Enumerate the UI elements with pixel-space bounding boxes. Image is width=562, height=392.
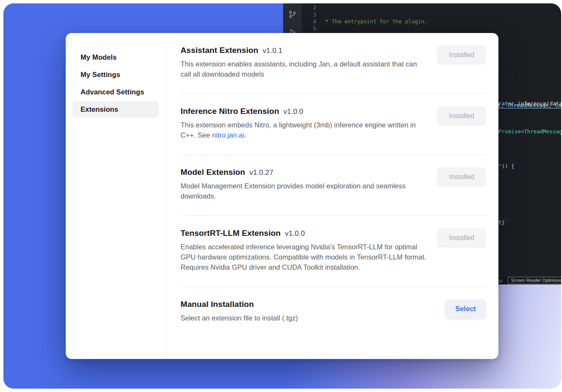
manual-installation-row: Manual Installation Select an extension …: [181, 287, 486, 337]
extension-name: Assistant Extension: [181, 46, 259, 55]
extension-row: Model Extensionv1.0.27 Model Management …: [181, 155, 486, 216]
app-background: 2 3 4 5 6 * The entrypoint for the plugi…: [3, 3, 561, 389]
code-token: (data));: [546, 100, 561, 107]
extension-info: Model Extensionv1.0.27 Model Management …: [181, 168, 428, 201]
manual-installation-title: Manual Installation: [181, 300, 298, 309]
select-file-button[interactable]: Select: [445, 300, 486, 318]
code-fragment: t}`: [498, 219, 508, 226]
extension-version: v1.0.1: [263, 47, 283, 55]
source-control-icon[interactable]: [287, 9, 298, 19]
extension-description: This extension embeds Nitro, a lightweig…: [181, 120, 428, 140]
screen-reader-badge[interactable]: Screen Reader Optimized: [508, 277, 561, 284]
installed-button[interactable]: Installed: [437, 229, 486, 247]
extension-info: Assistant Extensionv1.0.1 This extension…: [181, 46, 428, 79]
extension-description: Model Management Extension provides mode…: [181, 181, 428, 201]
extension-title: Assistant Extensionv1.0.1: [181, 46, 428, 55]
extension-row: Assistant Extensionv1.0.1 This extension…: [181, 33, 486, 94]
extension-info: TensortRT-LLM Extensionv1.0.0 Enables ac…: [181, 229, 428, 272]
extension-row: TensortRT-LLM Extensionv1.0.0 Enables ac…: [181, 216, 486, 287]
code-token: ": [498, 163, 502, 169]
code-token: inference: [517, 100, 546, 107]
description-text: .: [244, 131, 246, 139]
sidebar-item-my-models[interactable]: My Models: [72, 49, 159, 66]
code-fragment: ")) {: [498, 163, 515, 170]
extensions-panel: Assistant Extensionv1.0.1 This extension…: [166, 33, 498, 359]
installed-button[interactable]: Installed: [437, 107, 486, 125]
installed-button[interactable]: Installed: [437, 46, 486, 64]
extension-name: TensortRT-LLM Extension: [181, 229, 281, 237]
code-token: rator.: [498, 100, 517, 107]
extension-version: v1.0.0: [285, 229, 305, 237]
code-token: )) {: [502, 163, 515, 169]
nitro-jan-ai-link[interactable]: nitro.jan.ai: [212, 131, 244, 139]
line-number: 5: [307, 25, 316, 33]
installed-button[interactable]: Installed: [437, 168, 486, 186]
extension-version: v1.0.0: [284, 108, 303, 116]
code-fragment: rator.inference(data));: [498, 100, 561, 107]
code-line: * The entrypoint for the plugin.: [322, 18, 561, 25]
manual-installation-description: Select an extension file to install (.tg…: [181, 313, 298, 323]
extension-description: Enables accelerated inference leveraging…: [181, 242, 428, 272]
extension-row: Inference Nitro Extensionv1.0.0 This ext…: [181, 94, 486, 155]
code-token: `: [505, 219, 508, 226]
settings-sidebar: My Models My Settings Advanced Settings …: [66, 33, 166, 359]
extension-title: Inference Nitro Extensionv1.0.0: [181, 107, 428, 116]
extension-info: Inference Nitro Extensionv1.0.0 This ext…: [181, 107, 428, 140]
extension-name: Inference Nitro Extension: [181, 107, 279, 116]
settings-modal: My Models My Settings Advanced Settings …: [66, 33, 498, 359]
line-number: 4: [307, 18, 316, 25]
line-number: 3: [307, 11, 316, 19]
extension-title: Model Extensionv1.0.27: [181, 168, 428, 177]
manual-installation-info: Manual Installation Select an extension …: [181, 300, 298, 323]
extension-name: Model Extension: [181, 168, 245, 177]
extension-description: This extension enables assistants, inclu…: [181, 59, 428, 79]
sidebar-item-my-settings[interactable]: My Settings: [72, 66, 159, 83]
code-token: t}: [498, 219, 505, 226]
code-fragment: Promise<ThreadMessage>: [498, 128, 561, 135]
sidebar-item-extensions[interactable]: Extensions: [72, 101, 159, 118]
extension-version: v1.0.27: [249, 168, 273, 177]
extension-title: TensortRT-LLM Extensionv1.0.0: [181, 229, 428, 238]
sidebar-item-advanced-settings[interactable]: Advanced Settings: [72, 84, 159, 100]
line-number: 2: [307, 4, 316, 11]
